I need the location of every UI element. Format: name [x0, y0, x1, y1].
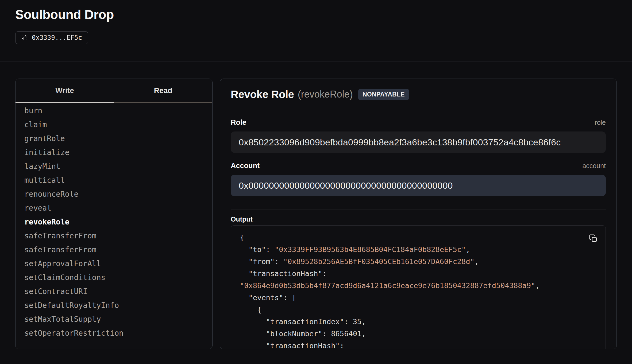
code-line: "transactionHash":: [240, 268, 581, 280]
divider: [231, 210, 606, 210]
function-item-setClaimConditions[interactable]: setClaimConditions: [24, 270, 212, 284]
output-code-block: { "to": "0x3339FF93B9563b4E8685B04FC184a…: [231, 225, 606, 349]
function-explorer-card: WriteRead burnclaimgrantRoleinitializela…: [15, 79, 213, 349]
output-label: Output: [231, 215, 606, 223]
function-item-setApprovalForAll[interactable]: setApprovalForAll: [24, 257, 212, 270]
account-input[interactable]: 0x00000000000000000000000000000000000000…: [231, 175, 606, 196]
tab-bar: WriteRead: [16, 79, 212, 103]
code-line: {: [240, 304, 581, 316]
function-item-grantRole[interactable]: grantRole: [24, 131, 212, 145]
role-input[interactable]: 0x8502233096d909befbda0999bb8ea2f3a6be3c…: [231, 131, 606, 153]
page-title: Soulbound Drop: [15, 8, 617, 21]
account-field-header: Account account: [231, 162, 606, 170]
main-content: WriteRead burnclaimgrantRoleinitializela…: [15, 79, 617, 349]
function-item-initialize[interactable]: initialize: [24, 145, 212, 159]
code-line: "transactionIndex": 35,: [240, 316, 581, 328]
account-field-type-hint: account: [582, 162, 606, 170]
function-item-burn[interactable]: burn: [24, 104, 212, 118]
code-line: "to": "0x3339FF93B9563b4E8685B04FC184aF0…: [240, 243, 581, 255]
function-item-setMaxTotalSupply[interactable]: setMaxTotalSupply: [24, 312, 212, 326]
code-line: "transactionHash":: [240, 340, 581, 349]
function-item-lazyMint[interactable]: lazyMint: [24, 159, 212, 173]
code-line: "blockNumber": 8656401,: [240, 328, 581, 340]
function-item-safeTransferFrom[interactable]: safeTransferFrom: [24, 229, 212, 243]
divider: [231, 108, 606, 108]
app-header: Soulbound Drop 0x3339...EF5c: [15, 0, 617, 44]
code-line: {: [240, 231, 581, 243]
function-item-reveal[interactable]: reveal: [24, 201, 212, 215]
function-list: burnclaimgrantRoleinitializelazyMintmult…: [16, 103, 212, 340]
role-field-header: Role role: [231, 118, 606, 127]
header-divider: [0, 61, 632, 61]
function-item-setDefaultRoyaltyInfo[interactable]: setDefaultRoyaltyInfo: [24, 298, 212, 312]
function-item-multicall[interactable]: multicall: [24, 173, 212, 187]
page: Soulbound Drop 0x3339...EF5c WriteRead b…: [0, 0, 632, 364]
output-code: { "to": "0x3339FF93B9563b4E8685B04FC184a…: [240, 231, 581, 349]
function-detail-card: Revoke Role (revokeRole) NONPAYABLE Role…: [220, 79, 617, 349]
code-line: "0x864e9d0b53db5b4f877acd9d6a4121a6c9eac…: [240, 280, 581, 292]
contract-address-label: 0x3339...EF5c: [32, 34, 82, 41]
copy-output-button[interactable]: [589, 234, 598, 243]
mutability-badge: NONPAYABLE: [358, 89, 409, 100]
tab-read[interactable]: Read: [114, 79, 212, 103]
code-line: "events": [: [240, 292, 581, 304]
function-item-revokeRole[interactable]: revokeRole: [24, 215, 212, 229]
function-item-setContractURI[interactable]: setContractURI: [24, 284, 212, 298]
role-field-label: Role: [231, 118, 246, 127]
account-field-label: Account: [231, 162, 260, 170]
function-item-safeTransferFrom[interactable]: safeTransferFrom: [24, 243, 212, 257]
function-item-renounceRole[interactable]: renounceRole: [24, 187, 212, 201]
function-item-setOperatorRestriction[interactable]: setOperatorRestriction: [24, 326, 212, 340]
function-name-subtitle: (revokeRole): [298, 89, 353, 100]
function-title-row: Revoke Role (revokeRole) NONPAYABLE: [231, 87, 606, 101]
role-field-type-hint: role: [595, 119, 606, 126]
function-item-claim[interactable]: claim: [24, 118, 212, 131]
code-line: "from": "0x89528b256AE5BfF035405CEb161e0…: [240, 255, 581, 268]
function-title: Revoke Role: [231, 88, 294, 100]
tab-write[interactable]: Write: [16, 79, 114, 103]
copy-icon: [21, 34, 28, 41]
contract-address-button[interactable]: 0x3339...EF5c: [15, 31, 88, 44]
